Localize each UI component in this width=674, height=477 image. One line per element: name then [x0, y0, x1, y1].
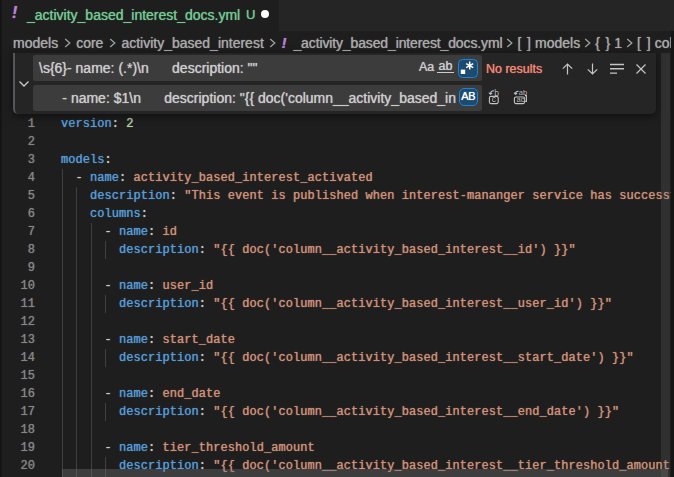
svg-text:c: c: [492, 94, 497, 104]
svg-text:ac: ac: [517, 95, 525, 104]
